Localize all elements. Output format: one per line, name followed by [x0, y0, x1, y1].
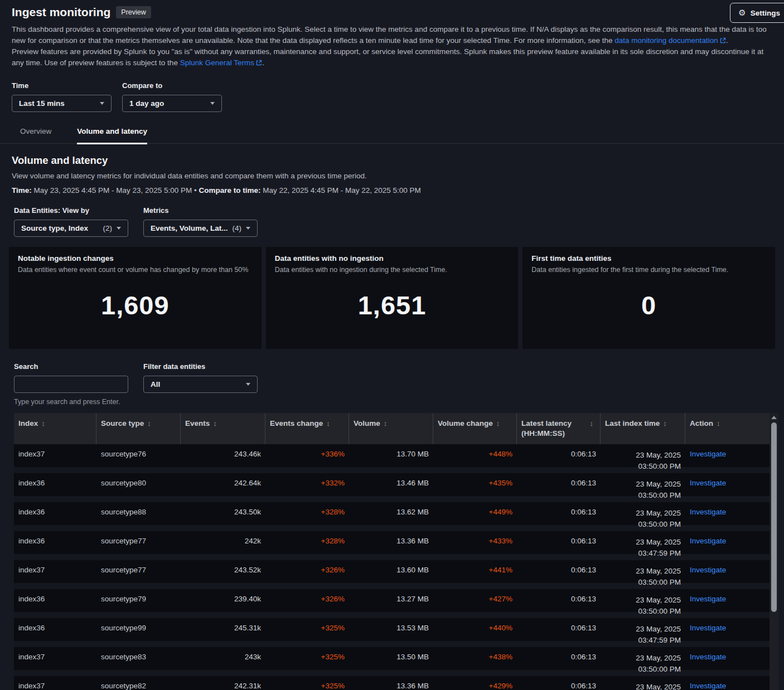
cell-volume: 13.36 MB — [349, 676, 433, 690]
view-by-dropdown[interactable]: Source type, Index (2) — [14, 220, 128, 237]
cell-index: index37 — [14, 676, 96, 690]
cell-latency: 0:06:13 — [517, 560, 601, 589]
view-by-control: Data Entities: View by Source type, Inde… — [14, 206, 128, 237]
tab-bar: Overview Volume and latency — [0, 127, 784, 144]
data-table-zone: Index↕ Source type↕ Events↕ Events chang… — [14, 413, 784, 690]
external-link-icon — [256, 60, 262, 66]
investigate-link[interactable]: Investigate — [690, 566, 726, 574]
cell-events: 239.40k — [181, 589, 265, 618]
investigate-link[interactable]: Investigate — [690, 653, 726, 661]
column-header-volume-change[interactable]: Volume change↕ — [433, 413, 517, 444]
last-index-date: 23 May, 2025 — [605, 595, 681, 606]
investigate-link[interactable]: Investigate — [690, 624, 726, 632]
scroll-up-icon[interactable] — [771, 416, 777, 419]
table-row[interactable]: index36 sourcetype99 245.31k +325% 13.53… — [14, 618, 770, 647]
last-index-clock: 03:47:59 PM — [605, 635, 681, 646]
cell-index: index37 — [14, 647, 96, 676]
table-row[interactable]: index37 sourcetype82 242.31k +325% 13.36… — [14, 676, 770, 690]
sort-icon[interactable]: ↕ — [496, 419, 500, 427]
investigate-link[interactable]: Investigate — [690, 595, 726, 603]
cell-last-index-time: 23 May, 2025 03:47:59 PM — [601, 618, 685, 647]
card-title: Notable ingestion changes — [18, 254, 253, 263]
cell-volume-change: +433% — [433, 531, 517, 560]
filter-entities-dropdown[interactable]: All — [143, 376, 258, 393]
table-row[interactable]: index37 sourcetype76 243.46k +336% 13.70… — [14, 444, 770, 473]
cell-index: index37 — [14, 444, 96, 473]
cell-source-type: sourcetype80 — [96, 473, 181, 502]
sort-icon[interactable]: ↕ — [41, 419, 45, 427]
tab-volume-and-latency[interactable]: Volume and latency — [77, 127, 147, 144]
column-header-events-change[interactable]: Events change↕ — [265, 413, 349, 444]
settings-button[interactable]: ⚙ Settings — [730, 3, 784, 23]
sort-icon[interactable]: ↕ — [717, 419, 720, 427]
cell-volume: 13.50 MB — [349, 647, 433, 676]
column-label: Last index time — [605, 419, 660, 427]
sort-icon[interactable]: ↕ — [384, 419, 388, 427]
column-header-volume[interactable]: Volume↕ — [349, 413, 433, 444]
cell-volume: 13.46 MB — [349, 473, 433, 502]
cell-volume: 13.27 MB — [349, 589, 433, 618]
chevron-down-icon — [117, 227, 121, 230]
table-row[interactable]: index37 sourcetype83 243k +325% 13.50 MB… — [14, 647, 770, 676]
column-header-source-type[interactable]: Source type↕ — [96, 413, 181, 444]
metrics-dropdown[interactable]: Events, Volume, Lat... (4) — [143, 220, 258, 237]
table-scrollbar[interactable] — [770, 413, 778, 690]
table-row[interactable]: index37 sourcetype77 243.52k +326% 13.60… — [14, 560, 770, 589]
sort-icon[interactable]: ↕ — [326, 419, 330, 427]
section-header: Volume and latency View volume and laten… — [12, 154, 772, 195]
splunk-general-terms-link[interactable]: Splunk General Terms — [180, 59, 262, 67]
time-label: Time — [12, 81, 112, 90]
cell-last-index-time: 23 May, 2025 03:50:00 PM — [601, 502, 685, 531]
card-no-ingestion: Data entities with no ingestion Data ent… — [266, 247, 519, 349]
cell-latency: 0:06:13 — [517, 473, 601, 502]
sort-icon[interactable]: ↕ — [663, 419, 667, 427]
column-header-last-index-time[interactable]: Last index time↕ — [601, 413, 685, 444]
table-row[interactable]: index36 sourcetype79 239.40k +326% 13.27… — [14, 589, 770, 618]
last-index-date: 23 May, 2025 — [605, 450, 681, 461]
chevron-down-icon — [246, 227, 250, 230]
sort-icon[interactable]: ↕ — [213, 419, 217, 427]
search-control: Search — [14, 362, 128, 393]
cell-latency: 0:06:13 — [517, 444, 601, 473]
last-index-clock: 03:50:00 PM — [605, 606, 681, 617]
column-header-latest-latency[interactable]: Latest latency↕ (HH:MM:SS) — [517, 413, 601, 444]
cell-volume: 13.70 MB — [349, 444, 433, 473]
investigate-link[interactable]: Investigate — [690, 508, 726, 516]
data-monitoring-documentation-link[interactable]: data monitoring documentation — [614, 36, 725, 45]
investigate-link[interactable]: Investigate — [690, 682, 726, 690]
investigate-link[interactable]: Investigate — [690, 479, 726, 487]
sort-icon[interactable]: ↕ — [147, 419, 151, 427]
last-index-clock: 03:50:00 PM — [605, 664, 681, 675]
card-title: First time data entities — [531, 254, 766, 263]
terms-link-label: Splunk General Terms — [180, 59, 254, 67]
search-input[interactable] — [14, 376, 128, 393]
cell-last-index-time: 23 May, 2025 03:47:59 PM — [601, 531, 685, 560]
last-index-date: 23 May, 2025 — [605, 537, 681, 548]
cell-events-change: +326% — [265, 589, 349, 618]
time-dropdown[interactable]: Last 15 mins — [12, 95, 112, 112]
cell-last-index-time: 23 May, 2025 03:50:00 PM — [601, 560, 685, 589]
dashboard-description: This dashboard provides a comprehensive … — [12, 24, 772, 69]
sort-icon[interactable]: ↕ — [590, 419, 594, 427]
scrollbar-thumb[interactable] — [771, 422, 777, 612]
tab-overview[interactable]: Overview — [20, 127, 51, 143]
cell-events-change: +328% — [265, 531, 349, 560]
cell-volume-change: +435% — [433, 473, 517, 502]
card-value: 1,651 — [358, 290, 427, 320]
compare-to-dropdown[interactable]: 1 day ago — [122, 95, 222, 112]
column-header-events[interactable]: Events↕ — [181, 413, 265, 444]
compare-range-label: Compare to time: — [197, 186, 261, 195]
investigate-link[interactable]: Investigate — [690, 450, 726, 458]
cell-source-type: sourcetype83 — [96, 647, 181, 676]
investigate-link[interactable]: Investigate — [690, 537, 726, 545]
description-period-2: . — [262, 59, 264, 67]
column-header-action[interactable]: Action↕ — [685, 413, 770, 444]
cell-last-index-time: 23 May, 2025 03:50:00 PM — [601, 647, 685, 676]
column-header-index[interactable]: Index↕ — [14, 413, 96, 444]
table-row[interactable]: index36 sourcetype77 242k +328% 13.36 MB… — [14, 531, 770, 560]
column-sublabel: (HH:MM:SS) — [521, 429, 596, 438]
cell-action: Investigate — [685, 531, 770, 560]
card-subtitle: Data entities where event count or volum… — [18, 266, 253, 274]
table-row[interactable]: index36 sourcetype80 242.64k +332% 13.46… — [14, 473, 770, 502]
table-row[interactable]: index36 sourcetype88 243.50k +328% 13.62… — [14, 502, 770, 531]
